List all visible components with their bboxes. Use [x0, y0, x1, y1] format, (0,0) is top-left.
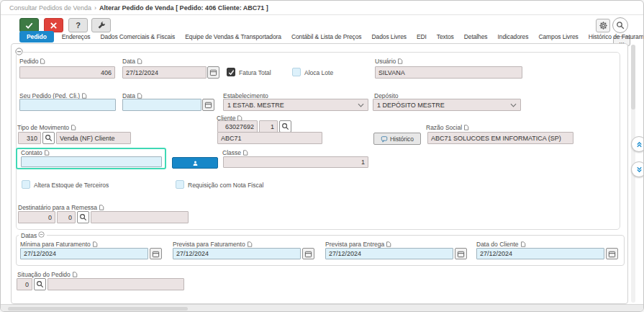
tab-edi[interactable]: EDI — [414, 31, 429, 43]
seu-pedido-input[interactable] — [19, 99, 116, 111]
usuario-input[interactable] — [375, 66, 522, 79]
tab-detalhes[interactable]: Detalhes — [462, 31, 490, 43]
tab-dados-comerciais-fiscais[interactable]: Dados Comerciais & Fiscais — [99, 31, 178, 43]
search-icon — [616, 21, 625, 30]
data-pedido-input[interactable] — [122, 66, 207, 79]
data-seu-pedido-input[interactable] — [122, 99, 201, 111]
form-panel: Pedido Data Fatura Total Aloca Lote Usuá… — [11, 43, 628, 304]
destinatario-loja-input[interactable] — [57, 211, 76, 223]
data-seu-pedido-calendar-button[interactable] — [202, 99, 214, 111]
usuario-label: Usuário — [375, 58, 403, 65]
field-help-icon — [81, 93, 87, 99]
minima-faturamento-input[interactable] — [20, 248, 148, 259]
tab-equipe-vendas-transportadora[interactable]: Equipe de Vendas & Transportadora — [183, 31, 284, 43]
horizontal-scrollbar[interactable] — [1, 304, 643, 312]
tab-pedido[interactable]: Pedido — [19, 31, 54, 43]
tab-campos-livres[interactable]: Campos Livres — [536, 31, 580, 43]
tab-enderecos[interactable]: Endereços — [60, 31, 93, 43]
destinatario-search-button[interactable] — [77, 211, 89, 223]
search-icon — [45, 134, 53, 142]
wrench-icon — [97, 21, 106, 30]
minima-faturamento-calendar-button[interactable] — [150, 248, 162, 259]
datas-legend: Datas — [19, 231, 47, 239]
situacao-pedido-label: Situação do Pedido — [17, 271, 78, 278]
double-chevron-down-icon — [635, 166, 643, 174]
cliente-apelido-input[interactable] — [217, 132, 322, 144]
check-icon — [24, 21, 34, 30]
prevista-entrega-calendar-button[interactable] — [455, 248, 467, 259]
pedido-label: Pedido — [19, 58, 45, 65]
scrollbar-thumb[interactable] — [631, 45, 635, 110]
fatura-total-checkbox[interactable] — [227, 68, 235, 76]
tab-indicadores[interactable]: Indicadores — [496, 31, 531, 43]
contato-input[interactable] — [21, 156, 162, 167]
destinatario-codigo-input[interactable] — [18, 211, 55, 223]
situacao-descricao-input[interactable] — [47, 278, 184, 290]
situacao-search-button[interactable] — [34, 278, 46, 290]
estabelecimento-select[interactable]: 1 ESTAB. MESTRE — [223, 99, 368, 111]
data-cliente-input[interactable] — [476, 248, 604, 259]
chevron-down-icon — [510, 103, 517, 107]
prevista-faturamento-calendar-button[interactable] — [302, 248, 314, 259]
classe-input[interactable] — [223, 156, 368, 168]
fatura-total-label: Fatura Total — [239, 69, 271, 76]
altera-estoque-terceiros-label: Altera Estoque de Terceiros — [34, 182, 109, 189]
deposito-select[interactable]: 1 DEPÓSITO MESTRE — [373, 99, 521, 111]
search-icon — [36, 280, 44, 288]
destinatario-descricao-input[interactable] — [91, 211, 189, 223]
historico-button[interactable]: Histórico — [373, 133, 421, 145]
prevista-entrega-label: Prevista para Entrega — [325, 241, 391, 248]
divider — [1, 14, 643, 15]
cliente-codigo-input[interactable] — [217, 120, 258, 133]
double-chevron-up-icon — [635, 141, 643, 148]
tab-bar: Pedido Endereços Dados Comerciais & Fisc… — [19, 30, 644, 43]
field-help-icon — [44, 150, 50, 156]
cliente-loja-input[interactable] — [259, 120, 278, 133]
contato-action-button[interactable] — [172, 157, 218, 169]
pedido-input[interactable] — [19, 66, 115, 79]
tab-textos[interactable]: Textos — [435, 31, 456, 43]
scrollbar-thumb[interactable] — [8, 307, 188, 311]
calendar-icon — [608, 250, 616, 258]
minima-faturamento-label: Mínima para Faturamento — [20, 241, 98, 248]
field-help-icon — [40, 58, 45, 64]
prevista-entrega-input[interactable] — [325, 248, 453, 259]
tab-historico-faturamento[interactable]: Histórico de Faturamento — [586, 31, 644, 43]
field-help-icon — [242, 150, 248, 156]
classe-label: Classe — [222, 149, 248, 156]
destinatario-remessa-label: Destinatário para a Remessa — [18, 204, 104, 211]
field-help-icon — [72, 272, 78, 277]
contato-label: Contato — [21, 149, 50, 156]
cliente-search-button[interactable] — [279, 120, 291, 133]
data-pedido-label: Data — [122, 58, 142, 65]
razao-social-label: Razão Social — [426, 124, 469, 131]
data-cliente-label: Data do Cliente — [476, 241, 526, 248]
scroll-to-bottom-button[interactable] — [631, 161, 644, 177]
situacao-codigo-input[interactable] — [17, 278, 32, 290]
prevista-faturamento-input[interactable] — [173, 248, 301, 259]
field-help-icon — [137, 93, 142, 99]
data-cliente-calendar-button[interactable] — [606, 248, 618, 259]
search-icon — [281, 122, 289, 130]
field-help-icon — [463, 125, 469, 130]
tab-dados-livres[interactable]: Dados Livres — [370, 31, 409, 43]
collapse-datas-icon[interactable] — [38, 231, 45, 239]
tipo-movimento-search-button[interactable] — [42, 132, 55, 144]
calendar-icon — [304, 250, 312, 258]
aloca-lote-checkbox[interactable] — [292, 68, 301, 76]
field-help-icon — [397, 58, 403, 64]
breadcrumb-parent-link[interactable]: Consultar Pedidos de Venda — [9, 4, 91, 12]
field-help-icon — [137, 58, 142, 64]
requisicao-nota-fiscal-checkbox[interactable] — [176, 180, 184, 189]
tipo-movimento-codigo-input[interactable] — [18, 132, 41, 144]
breadcrumb: Consultar Pedidos de Venda›Alterar Pedid… — [9, 4, 268, 12]
data-pedido-calendar-button[interactable] — [207, 66, 219, 79]
calendar-icon — [209, 68, 217, 76]
calendar-icon — [204, 101, 212, 109]
razao-social-input[interactable] — [427, 132, 573, 144]
scroll-to-top-button[interactable] — [631, 136, 644, 152]
altera-estoque-terceiros-checkbox[interactable] — [22, 180, 30, 189]
tab-contabil-lista-precos[interactable]: Contábil & Lista de Preços — [289, 31, 364, 43]
tipo-movimento-descricao-input[interactable] — [56, 132, 131, 144]
calendar-icon — [457, 250, 465, 258]
